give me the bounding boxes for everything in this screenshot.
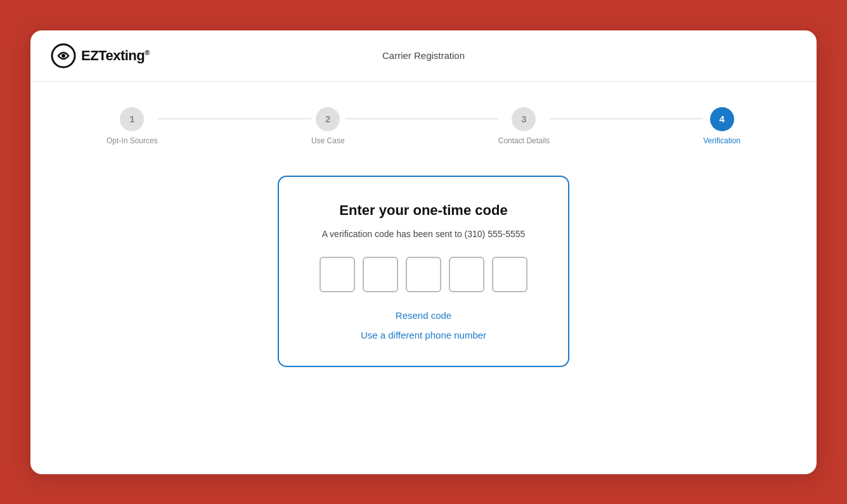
otp-card: Enter your one-time code A verification … (278, 176, 569, 367)
step-connector-2-3 (345, 119, 498, 119)
header-title: Carrier Registration (382, 50, 465, 61)
step-1-circle: 1 (120, 107, 144, 131)
otp-input-5[interactable] (492, 257, 527, 292)
step-3: 3 Contact Details (498, 107, 550, 145)
step-3-label: Contact Details (498, 136, 550, 145)
step-3-circle: 3 (512, 107, 536, 131)
use-different-phone-button[interactable]: Use a different phone number (361, 330, 486, 340)
ez-texting-logo-icon (51, 43, 76, 68)
otp-subtitle: A verification code has been sent to (31… (322, 229, 526, 239)
header: EZTexting® Carrier Registration (30, 30, 817, 82)
step-1-label: Opt-In Sources (107, 136, 158, 145)
logo-area: EZTexting® (51, 43, 150, 68)
step-4-label: Verification (703, 136, 740, 145)
svg-point-1 (61, 54, 65, 58)
otp-input-4[interactable] (449, 257, 484, 292)
step-4-circle: 4 (710, 107, 734, 131)
step-connector-3-4 (550, 119, 703, 119)
otp-inputs (320, 257, 527, 292)
step-2-circle: 2 (316, 107, 340, 131)
step-2: 2 Use Case (311, 107, 345, 145)
otp-title: Enter your one-time code (339, 202, 507, 219)
main-card: EZTexting® Carrier Registration 1 Opt-In… (30, 30, 817, 474)
otp-input-1[interactable] (320, 257, 355, 292)
step-4: 4 Verification (703, 107, 740, 145)
otp-input-3[interactable] (406, 257, 441, 292)
content-area: 1 Opt-In Sources 2 Use Case 3 Contact De… (30, 82, 817, 474)
step-2-label: Use Case (311, 136, 345, 145)
step-1: 1 Opt-In Sources (107, 107, 158, 145)
resend-code-button[interactable]: Resend code (396, 310, 451, 321)
otp-input-2[interactable] (363, 257, 398, 292)
logo-text: EZTexting® (81, 48, 150, 64)
stepper: 1 Opt-In Sources 2 Use Case 3 Contact De… (107, 107, 740, 145)
step-connector-1-2 (158, 119, 311, 119)
